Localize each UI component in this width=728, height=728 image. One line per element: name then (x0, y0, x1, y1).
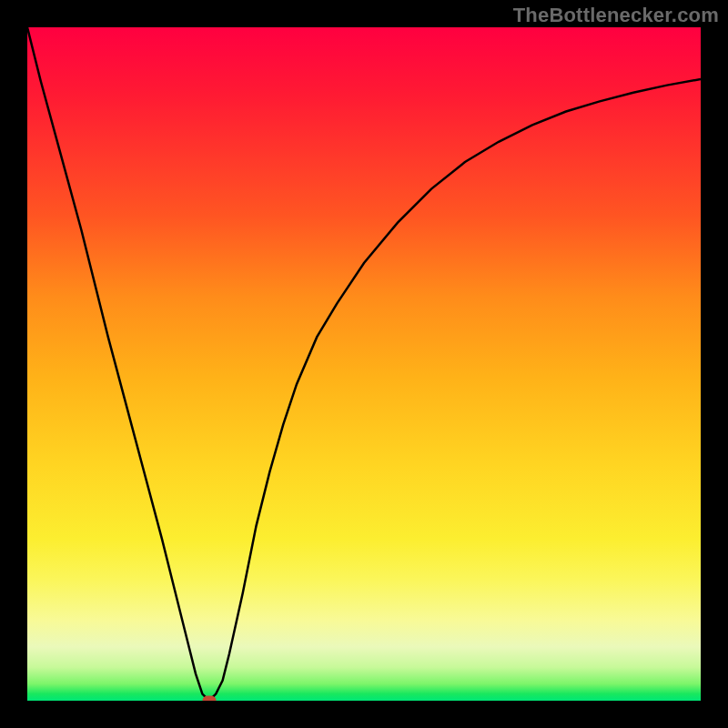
watermark-text: TheBottlenecker.com (513, 4, 719, 27)
plot-area (27, 27, 701, 701)
bottleneck-curve (27, 27, 701, 701)
chart-frame: TheBottlenecker.com (0, 0, 728, 728)
curve-path (27, 27, 701, 701)
optimum-marker (202, 696, 216, 702)
